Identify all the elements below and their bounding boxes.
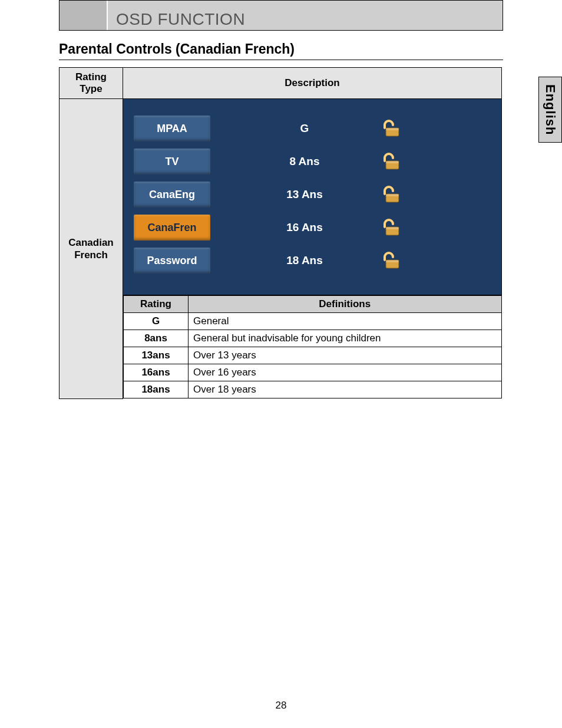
definition-text: Over 16 years: [189, 364, 502, 381]
osd-screenshot-cell: MPAAG TV8 Ans CanaEng13 Ans CanaFren16 A…: [123, 99, 502, 295]
osd-row: TV8 Ans: [134, 145, 491, 178]
svg-rect-5: [386, 194, 399, 196]
header-title-region: OSD FUNCTION: [110, 1, 503, 30]
table-row: 16ansOver 16 years: [124, 364, 502, 381]
definition-text: General but inadvisable for young childr…: [189, 330, 502, 347]
header-accent-block: [59, 1, 108, 30]
definition-rating: 16ans: [124, 364, 189, 381]
osd-rating-label: 8 Ans: [246, 155, 363, 168]
svg-rect-7: [386, 227, 399, 229]
osd-menu-item-tv[interactable]: TV: [134, 149, 210, 174]
definition-rating: 18ans: [124, 381, 189, 398]
section-rule: [59, 60, 503, 60]
col-header-rating-type: Rating Type: [59, 68, 123, 99]
lock-open-icon: [381, 186, 401, 203]
lock-open-icon: [381, 120, 401, 137]
table-row: 18ansOver 18 years: [124, 381, 502, 398]
osd-lock-status[interactable]: [381, 252, 401, 269]
osd-panel: MPAAG TV8 Ans CanaEng13 Ans CanaFren16 A…: [123, 99, 501, 295]
osd-rating-label: 16 Ans: [246, 221, 363, 234]
rating-type-value: Canadian French: [59, 99, 123, 399]
osd-row: MPAAG: [134, 112, 491, 145]
osd-menu-item-canafren[interactable]: CanaFren: [134, 215, 210, 241]
osd-row: CanaEng13 Ans: [134, 178, 491, 211]
table-row: GGeneral: [124, 313, 502, 330]
osd-menu-item-mpaa[interactable]: MPAA: [134, 116, 210, 141]
osd-rating-label: 13 Ans: [246, 188, 363, 201]
definitions-table: Rating Definitions GGeneral8ansGeneral b…: [123, 295, 502, 398]
svg-rect-1: [386, 128, 399, 130]
language-tab-label: English: [543, 84, 558, 135]
osd-row: Password18 Ans: [134, 244, 491, 277]
page-header-title: OSD FUNCTION: [116, 10, 245, 29]
osd-row: CanaFren16 Ans: [134, 211, 491, 244]
osd-lock-status[interactable]: [381, 120, 401, 137]
svg-rect-9: [386, 260, 399, 262]
svg-rect-3: [386, 161, 399, 163]
definition-text: General: [189, 313, 502, 330]
ratings-table: Rating Type Description Canadian French …: [59, 67, 502, 399]
lock-open-icon: [381, 252, 401, 269]
table-row: 8ansGeneral but inadvisable for young ch…: [124, 330, 502, 347]
osd-menu-item-canaeng[interactable]: CanaEng: [134, 182, 210, 207]
header-bar: OSD FUNCTION: [59, 0, 503, 31]
osd-rating-label: G: [246, 122, 363, 135]
language-tab: English: [538, 77, 562, 143]
osd-lock-status[interactable]: [381, 153, 401, 170]
osd-lock-status[interactable]: [381, 186, 401, 203]
definition-text: Over 18 years: [189, 381, 502, 398]
osd-rating-label: 18 Ans: [246, 254, 363, 267]
definition-rating: 8ans: [124, 330, 189, 347]
lock-open-icon: [381, 219, 401, 236]
definition-rating: G: [124, 313, 189, 330]
col-header-rating: Rating: [124, 296, 189, 313]
definitions-cell: Rating Definitions GGeneral8ansGeneral b…: [123, 295, 502, 399]
osd-menu-item-password[interactable]: Password: [134, 248, 210, 274]
definition-text: Over 13 years: [189, 347, 502, 364]
section-title: Parental Controls (Canadian French): [59, 41, 562, 57]
definition-rating: 13ans: [124, 347, 189, 364]
col-header-description: Description: [123, 68, 502, 99]
lock-open-icon: [381, 153, 401, 170]
col-header-definitions: Definitions: [189, 296, 502, 313]
table-row: 13ansOver 13 years: [124, 347, 502, 364]
page-number: 28: [0, 700, 562, 711]
osd-lock-status[interactable]: [381, 219, 401, 236]
